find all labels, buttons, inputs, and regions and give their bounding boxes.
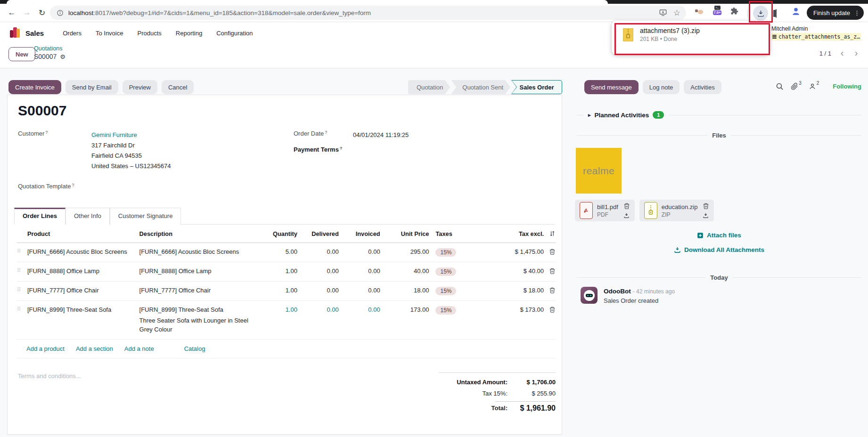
column-header-taxes[interactable]: Taxes [429,230,489,237]
line-delivered[interactable]: 0.00 [297,287,339,294]
line-description[interactable]: [FURN_7777] Office Chair [139,287,263,294]
downloads-icon[interactable] [753,6,768,21]
message-author[interactable]: OdooBot [604,288,631,295]
line-description[interactable]: [FURN_6666] Acoustic Bloc Screens [139,248,263,255]
catalog-link[interactable]: Catalog [184,345,205,352]
user-menu[interactable]: Mitchell Admin chatter_attachments_as_z… [771,25,861,41]
order-date-field[interactable]: 04/01/2024 11:19:25 [353,130,409,140]
nav-item-orders[interactable]: Orders [63,30,82,37]
nav-item-to-invoice[interactable]: To Invoice [96,30,123,37]
cancel-button[interactable]: Cancel [162,80,194,94]
profile-icon[interactable] [791,6,801,16]
line-taxes[interactable]: 15% [429,248,489,257]
address-bar[interactable]: localhost:8017/web?debug=1#id=7&cids=1&m… [50,6,686,20]
sales-app-icon[interactable] [9,27,21,39]
line-taxes[interactable]: 15% [429,267,489,276]
drag-handle-icon[interactable]: ⠿ [17,287,27,293]
kebab-icon[interactable]: ⋮ [854,9,860,16]
line-delivered[interactable]: 0.00 [297,248,339,255]
planned-activities-section[interactable]: ▸Planned Activities1 [577,111,861,119]
tab-order-lines[interactable]: Order Lines [14,208,66,225]
send-by-email-button[interactable]: Send by Email [66,80,118,94]
pager-previous-button[interactable]: ‹ [836,47,848,59]
attachment-card-bill1-pdf[interactable]: bill1.pdfPDF [575,200,635,221]
line-taxes[interactable]: 15% [429,306,489,315]
nav-item-configuration[interactable]: Configuration [216,30,253,37]
line-product[interactable]: [FURN_7777] Office Chair [27,287,139,294]
line-quantity[interactable]: 1.00 [262,267,297,275]
finish-update-button[interactable]: Finish update⋮ [807,6,864,20]
info-icon[interactable] [57,9,64,16]
column-header-unit-price[interactable]: Unit Price [380,230,429,237]
add-a-section-link[interactable]: Add a section [76,345,113,352]
download-attachment-icon[interactable] [623,212,630,218]
line-product[interactable]: [FURN_8999] Three-Seat Sofa [27,306,139,313]
column-header-description[interactable]: Description [139,230,263,237]
new-button[interactable]: New [8,47,35,61]
status-step-quotation[interactable]: Quotation [408,80,450,94]
tab-other-info[interactable]: Other Info [66,208,110,225]
line-quantity[interactable]: 5.00 [262,248,297,255]
preview-button[interactable]: Preview [123,80,157,94]
nav-item-reporting[interactable]: Reporting [176,30,202,37]
line-delivered[interactable]: 0.00 [297,267,339,275]
add-a-note-link[interactable]: Add a note [124,345,154,352]
line-delivered[interactable]: 0.00 [297,306,339,313]
column-header-delivered[interactable]: Delivered [297,230,339,237]
status-step-quotation-sent[interactable]: Quotation Sent [451,80,510,94]
create-invoice-button[interactable]: Create Invoice [8,80,61,94]
drag-handle-icon[interactable]: ⠿ [17,248,27,254]
column-header-invoiced[interactable]: Invoiced [339,230,380,237]
line-invoiced[interactable]: 0.00 [339,248,380,255]
column-header-product[interactable]: Product [27,230,139,237]
line-quantity[interactable]: 1.00 [262,306,297,313]
line-description[interactable]: [FURN_8999] Three-Seat SofaThree Seater … [139,306,263,334]
download-all-attachments-button[interactable]: Download All Attachments [570,246,868,253]
forward-icon[interactable]: → [21,7,33,19]
line-unit-price[interactable]: 40.00 [380,267,429,275]
pager-next-button[interactable]: › [850,47,862,59]
customer-link[interactable]: Gemini Furniture [91,130,171,140]
line-product[interactable]: [FURN_6666] Acoustic Bloc Screens [27,248,139,255]
column-settings-icon[interactable] [544,230,556,237]
tab-customer-signature[interactable]: Customer Signature [110,208,181,225]
add-a-product-link[interactable]: Add a product [26,345,65,352]
nav-item-products[interactable]: Products [137,30,161,37]
attach-files-button[interactable]: Attach files [570,232,868,239]
line-invoiced[interactable]: 0.00 [339,267,380,275]
line-description[interactable]: [FURN_8888] Office Lamp [139,267,263,275]
line-unit-price[interactable]: 295.00 [380,248,429,255]
status-step-sales-order[interactable]: Sales Order [511,80,562,94]
bookmark-star-icon[interactable]: ☆ [673,8,680,18]
line-product[interactable]: [FURN_8888] Office Lamp [27,267,139,275]
delete-line-button[interactable] [544,248,556,255]
active-tab[interactable] [7,0,608,4]
expand-arrow-icon[interactable]: ▸ [588,112,591,118]
app-name[interactable]: Sales [25,29,44,37]
install-app-icon[interactable] [659,8,667,17]
delete-line-button[interactable] [544,306,556,313]
delete-attachment-icon[interactable] [623,202,630,210]
line-quantity[interactable]: 1.00 [262,287,297,294]
line-unit-price[interactable]: 173.00 [380,306,429,313]
order-line-row[interactable]: ⠿[FURN_7777] Office Chair[FURN_7777] Off… [17,282,556,301]
line-taxes[interactable]: 15% [429,287,489,295]
delete-line-button[interactable] [544,287,556,294]
drag-handle-icon[interactable]: ⠿ [17,267,27,274]
back-icon[interactable]: ← [6,7,18,19]
download-filename[interactable]: attachments7 (3).zip [640,27,700,34]
chatter-message[interactable]: OdooBot- 42 minutes ago Sales Order crea… [581,287,675,304]
line-invoiced[interactable]: 0.00 [339,306,380,313]
download-attachment-icon[interactable] [703,212,709,218]
column-header-tax-excl[interactable]: Tax excl. [489,230,544,237]
attachment-image-realme[interactable]: realme [576,148,622,194]
drag-handle-icon[interactable]: ⠿ [17,306,27,312]
attachment-card-education-zip[interactable]: education.zipZIP [639,200,714,221]
delete-line-button[interactable] [544,267,556,275]
order-line-row[interactable]: ⠿[FURN_6666] Acoustic Bloc Screens[FURN_… [17,243,556,262]
side-panel-icon[interactable] [776,9,777,18]
terms-placeholder[interactable]: Terms and conditions... [18,372,81,414]
extensions-puzzle-icon[interactable] [730,7,738,15]
gear-icon[interactable]: ⚙ [60,53,66,60]
reload-icon[interactable]: ↻ [36,7,48,19]
